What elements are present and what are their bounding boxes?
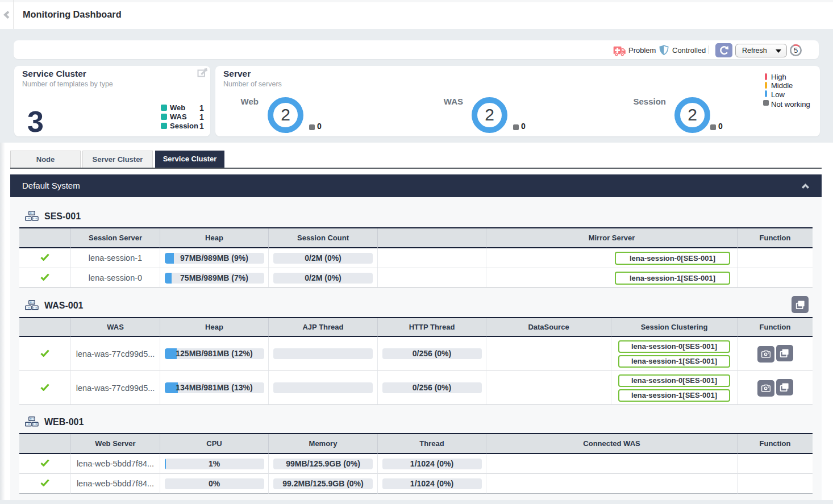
svg-text:5: 5 — [794, 46, 798, 55]
